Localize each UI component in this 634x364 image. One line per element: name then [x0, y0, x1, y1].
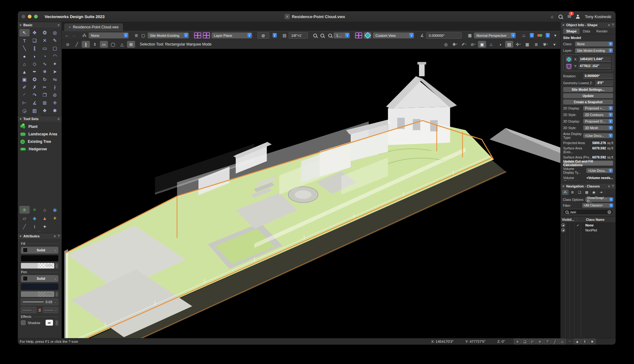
scissors-tool[interactable]: ✂	[40, 84, 50, 91]
3d-dragger-options[interactable]: ✣▾	[514, 41, 522, 48]
visibility-column-header[interactable]: Visibil...	[561, 218, 577, 221]
building-tools[interactable]: ⌂	[40, 206, 50, 214]
palette-resize-handle[interactable]: ⋯	[18, 231, 61, 233]
resize-tool[interactable]: ✱	[50, 107, 60, 114]
snap-to-smart-edge[interactable]: ◇	[559, 339, 566, 344]
drag-object-mode[interactable]: ⊞▾	[127, 41, 135, 48]
display-value-dropdown[interactable]: Proposed +...	[583, 106, 613, 111]
stamp-tool[interactable]: ▥	[30, 107, 40, 114]
search-input-value[interactable]: non	[570, 210, 606, 214]
close-tab-icon[interactable]: ×	[69, 25, 71, 29]
protractor-tool[interactable]: ◶	[19, 107, 30, 114]
zoom-line-thickness-toggle[interactable]: ◎▾	[442, 41, 450, 48]
create-snapshot-button[interactable]: Create a Snapshot	[563, 99, 613, 104]
dropdown-arrow-icon[interactable]	[530, 33, 534, 38]
render-settings-icon[interactable]: ▦	[467, 33, 472, 38]
classes-tab[interactable]: ⁂	[562, 190, 569, 195]
tool-set-item[interactable]: Landscape Area	[20, 130, 61, 138]
box-position-mode[interactable]: ⇕▾	[91, 41, 99, 48]
layers-icon[interactable]: ≣	[134, 33, 139, 38]
unified-view-layers[interactable]: ≣▾	[532, 41, 540, 48]
single-object-interactive-scaling-mode[interactable]: ╱▾	[73, 41, 81, 48]
close-palette-icon[interactable]: ×	[20, 23, 22, 27]
class-row[interactable]: ✓ None	[561, 223, 616, 228]
globe-tools[interactable]: ◉	[50, 206, 60, 214]
circle-tool[interactable]: ●	[19, 52, 30, 60]
trim-tool[interactable]: ✗	[30, 84, 40, 91]
pen-opacity-slider[interactable]: 50%	[21, 291, 54, 297]
extend-tool[interactable]: ↷	[30, 91, 40, 99]
home-icon[interactable]: ⌂	[551, 14, 553, 19]
sheet-layers-tab[interactable]: ❏	[576, 190, 583, 195]
arc-tool[interactable]: ◔	[40, 52, 50, 60]
saved-views-tab[interactable]: ◉	[591, 190, 597, 195]
rectangle-tool[interactable]: ▭	[40, 45, 50, 52]
close-palette-icon[interactable]: ×	[563, 23, 564, 27]
freehand-tool[interactable]: ∿	[40, 60, 50, 68]
class-options-dropdown[interactable]: Show/Snap/Modify O...	[585, 197, 613, 202]
fill-opacity-options-icon[interactable]: ⋮	[55, 263, 58, 269]
collaboration-options[interactable]: ✾▾	[541, 41, 549, 48]
user-name[interactable]: Tony Kostreski	[585, 14, 611, 19]
attribute-mapping-icon[interactable]: @	[257, 32, 269, 39]
object-info-tab[interactable]: Data	[580, 28, 593, 34]
saved-views-dropdown[interactable]: None	[89, 32, 129, 38]
plane-reference-icon[interactable]	[566, 56, 572, 62]
display-value-dropdown[interactable]: Proposed O...	[583, 119, 613, 124]
palette-menu-icon[interactable]: ≡	[58, 23, 60, 27]
datum-tool[interactable]: ⊞	[40, 99, 50, 107]
polygon-marquee-mode[interactable]: △▾	[118, 41, 126, 48]
update-button[interactable]: Update	[563, 93, 613, 98]
landscape-tools[interactable]: ✳	[30, 206, 40, 214]
clip-tool[interactable]: ▣	[19, 76, 30, 83]
working-plane-options[interactable]: ⊘▾	[469, 41, 477, 48]
text-tool[interactable]: T	[19, 37, 30, 44]
zoom-level-icon[interactable]	[328, 34, 332, 37]
contrast-display[interactable]: ◑▾	[496, 41, 504, 48]
display-value-dropdown[interactable]: 2D Contours	[583, 112, 613, 117]
user-account-icon[interactable]	[576, 15, 580, 19]
move-by-points-tool[interactable]: ✛	[50, 99, 60, 107]
knife-tool[interactable]: ✐	[19, 84, 30, 91]
delete-vertex-tool[interactable]: ✕	[40, 37, 50, 44]
saved-view-window-icon[interactable]	[355, 32, 362, 38]
angular-dimension-tool[interactable]: ∡	[30, 99, 40, 107]
shadow-settings-button[interactable]: ➦	[46, 320, 53, 326]
3d-modeling-tools[interactable]: ▲	[40, 214, 50, 222]
palette-menu-icon[interactable]: ≡	[608, 184, 610, 188]
viewports-tab[interactable]: ▦	[583, 190, 590, 195]
fastener-tools[interactable]: ✦	[40, 223, 50, 231]
palette-menu-icon[interactable]: ≡	[608, 23, 610, 27]
polygon-tool[interactable]: ⌂	[19, 60, 30, 68]
mirror-tool[interactable]: ⇋	[50, 76, 60, 83]
reshape-tool[interactable]: ✪	[30, 76, 40, 83]
lowest-z-field[interactable]: -8'0"	[595, 80, 613, 85]
clear-search-icon[interactable]: ✕	[607, 210, 611, 214]
fill-opacity-slider[interactable]: 50%	[21, 263, 54, 269]
eyedropper-tool[interactable]: ✒	[30, 68, 40, 75]
maximize-window-button[interactable]	[34, 15, 38, 18]
references-tab[interactable]: ➔	[598, 190, 605, 195]
layer-dropdown[interactable]: Site Model-Existing	[575, 48, 613, 53]
messages-icon[interactable]: ✉2	[568, 14, 571, 19]
filter-dropdown[interactable]: <All Classes>	[582, 203, 613, 208]
callout-tool[interactable]: ❑	[30, 37, 40, 44]
palette-help-icon[interactable]: ?	[612, 23, 614, 27]
snap-to-loci[interactable]: ◈	[574, 339, 581, 344]
unrestricted-interactive-scaling-mode[interactable]: ∥▾	[82, 41, 90, 48]
quarter-arc-tool[interactable]: ◠	[50, 52, 60, 60]
visualization-tools[interactable]: ☀	[50, 214, 60, 222]
viewport-window-alt-icon[interactable]	[203, 32, 210, 38]
split-tool[interactable]: ∤	[50, 84, 60, 91]
tool-set-item[interactable]: Existing Tree	[20, 138, 61, 145]
class-row[interactable]: NonPlot	[561, 228, 616, 233]
pause-snapping[interactable]: ‖	[581, 339, 588, 344]
layer-scale-field[interactable]: 1/8"=1'	[289, 32, 308, 39]
render-colors-icon[interactable]	[537, 34, 542, 37]
triangle-tool[interactable]: ▲	[19, 68, 30, 75]
polyline-tool[interactable]: ◇	[30, 60, 40, 68]
palette-menu-icon[interactable]: ≡	[58, 117, 60, 121]
zoom-out-page-icon[interactable]	[320, 34, 324, 37]
palette-help-icon[interactable]: ?	[612, 184, 614, 188]
render-mode-teap-icon[interactable]: ♨	[521, 33, 526, 38]
